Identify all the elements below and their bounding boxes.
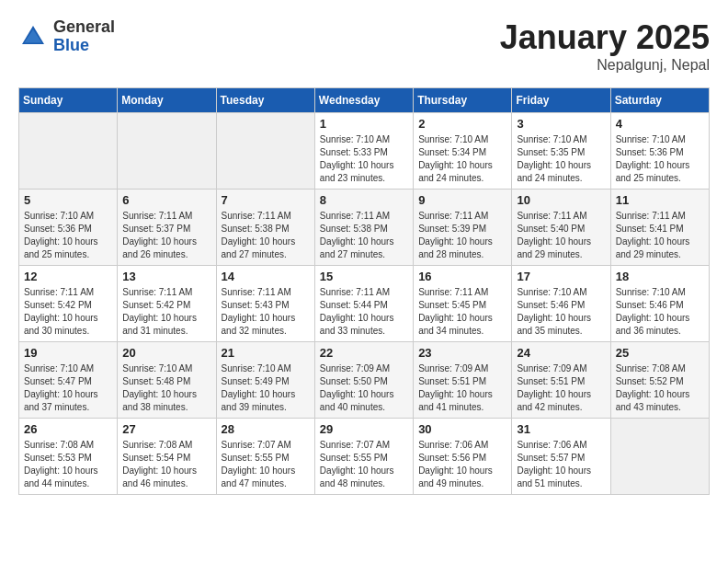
day-number: 31 [517, 422, 605, 436]
calendar-cell: 23Sunrise: 7:09 AMSunset: 5:51 PMDayligh… [414, 342, 512, 419]
day-info: Sunrise: 7:10 AMSunset: 5:48 PMDaylight:… [122, 362, 210, 414]
day-info: Sunrise: 7:10 AMSunset: 5:46 PMDaylight:… [517, 286, 605, 338]
calendar-cell: 25Sunrise: 7:08 AMSunset: 5:52 PMDayligh… [610, 342, 709, 419]
day-info: Sunrise: 7:11 AMSunset: 5:39 PMDaylight:… [418, 210, 506, 261]
day-header-monday: Monday [118, 88, 216, 113]
calendar-cell: 19Sunrise: 7:10 AMSunset: 5:47 PMDayligh… [19, 342, 118, 419]
day-info: Sunrise: 7:06 AMSunset: 5:57 PMDaylight:… [517, 439, 605, 490]
day-info: Sunrise: 7:10 AMSunset: 5:35 PMDaylight:… [517, 133, 605, 185]
day-number: 17 [517, 270, 605, 283]
day-info: Sunrise: 7:11 AMSunset: 5:38 PMDaylight:… [320, 210, 408, 261]
logo-general-text: General [53, 18, 115, 37]
calendar-cell: 6Sunrise: 7:11 AMSunset: 5:37 PMDaylight… [118, 190, 216, 266]
day-number: 13 [122, 270, 210, 283]
day-header-tuesday: Tuesday [216, 88, 314, 113]
title-block: January 2025 Nepalgunj, Nepal [500, 18, 710, 74]
calendar-cell: 8Sunrise: 7:11 AMSunset: 5:38 PMDaylight… [314, 190, 413, 266]
week-row-5: 26Sunrise: 7:08 AMSunset: 5:53 PMDayligh… [19, 419, 710, 495]
day-info: Sunrise: 7:10 AMSunset: 5:36 PMDaylight:… [616, 133, 704, 185]
day-info: Sunrise: 7:10 AMSunset: 5:36 PMDaylight:… [24, 210, 112, 261]
day-header-wednesday: Wednesday [314, 88, 413, 113]
day-info: Sunrise: 7:10 AMSunset: 5:49 PMDaylight:… [222, 362, 310, 414]
day-number: 29 [320, 422, 408, 436]
logo: General Blue [18, 18, 115, 55]
week-row-2: 5Sunrise: 7:10 AMSunset: 5:36 PMDaylight… [19, 190, 710, 266]
day-number: 4 [616, 117, 704, 131]
day-number: 3 [517, 117, 605, 131]
day-info: Sunrise: 7:08 AMSunset: 5:54 PMDaylight:… [122, 439, 210, 490]
day-number: 9 [418, 193, 506, 207]
day-info: Sunrise: 7:11 AMSunset: 5:43 PMDaylight:… [222, 286, 310, 338]
day-number: 18 [616, 270, 704, 283]
day-info: Sunrise: 7:07 AMSunset: 5:55 PMDaylight:… [222, 439, 310, 490]
calendar-body: 1Sunrise: 7:10 AMSunset: 5:33 PMDaylight… [19, 113, 710, 495]
day-header-thursday: Thursday [414, 88, 512, 113]
calendar-cell [118, 113, 216, 190]
week-row-1: 1Sunrise: 7:10 AMSunset: 5:33 PMDaylight… [19, 113, 710, 190]
week-row-3: 12Sunrise: 7:11 AMSunset: 5:42 PMDayligh… [19, 266, 710, 342]
calendar-cell: 1Sunrise: 7:10 AMSunset: 5:33 PMDaylight… [314, 113, 413, 190]
day-info: Sunrise: 7:11 AMSunset: 5:45 PMDaylight:… [418, 286, 506, 338]
day-number: 25 [616, 346, 704, 360]
day-number: 23 [418, 346, 506, 360]
calendar-cell: 11Sunrise: 7:11 AMSunset: 5:41 PMDayligh… [610, 190, 709, 266]
calendar-cell: 3Sunrise: 7:10 AMSunset: 5:35 PMDaylight… [512, 113, 610, 190]
day-info: Sunrise: 7:11 AMSunset: 5:41 PMDaylight:… [616, 210, 704, 261]
month-title: January 2025 [500, 18, 710, 57]
calendar-cell: 27Sunrise: 7:08 AMSunset: 5:54 PMDayligh… [118, 419, 216, 495]
calendar-header: SundayMondayTuesdayWednesdayThursdayFrid… [19, 88, 710, 113]
logo-icon [18, 22, 48, 52]
day-info: Sunrise: 7:11 AMSunset: 5:40 PMDaylight:… [517, 210, 605, 261]
day-info: Sunrise: 7:06 AMSunset: 5:56 PMDaylight:… [418, 439, 506, 490]
day-number: 24 [517, 346, 605, 360]
day-number: 8 [320, 193, 408, 207]
calendar-cell: 30Sunrise: 7:06 AMSunset: 5:56 PMDayligh… [414, 419, 512, 495]
calendar-table: SundayMondayTuesdayWednesdayThursdayFrid… [18, 87, 710, 495]
day-info: Sunrise: 7:09 AMSunset: 5:51 PMDaylight:… [517, 362, 605, 414]
calendar-cell [216, 113, 314, 190]
day-info: Sunrise: 7:10 AMSunset: 5:47 PMDaylight:… [24, 362, 112, 414]
day-number: 15 [320, 270, 408, 283]
day-number: 28 [222, 422, 310, 436]
day-info: Sunrise: 7:08 AMSunset: 5:52 PMDaylight:… [616, 362, 704, 414]
day-number: 5 [24, 193, 112, 207]
calendar-cell: 2Sunrise: 7:10 AMSunset: 5:34 PMDaylight… [414, 113, 512, 190]
week-row-4: 19Sunrise: 7:10 AMSunset: 5:47 PMDayligh… [19, 342, 710, 419]
calendar-cell: 7Sunrise: 7:11 AMSunset: 5:38 PMDaylight… [216, 190, 314, 266]
calendar-cell: 18Sunrise: 7:10 AMSunset: 5:46 PMDayligh… [610, 266, 709, 342]
calendar-cell: 15Sunrise: 7:11 AMSunset: 5:44 PMDayligh… [314, 266, 413, 342]
day-info: Sunrise: 7:11 AMSunset: 5:37 PMDaylight:… [122, 210, 210, 261]
day-info: Sunrise: 7:10 AMSunset: 5:33 PMDaylight:… [320, 133, 408, 185]
calendar-cell: 13Sunrise: 7:11 AMSunset: 5:42 PMDayligh… [118, 266, 216, 342]
calendar-cell: 12Sunrise: 7:11 AMSunset: 5:42 PMDayligh… [19, 266, 118, 342]
days-of-week-row: SundayMondayTuesdayWednesdayThursdayFrid… [19, 88, 710, 113]
day-number: 27 [122, 422, 210, 436]
logo-text: General Blue [53, 18, 115, 55]
day-info: Sunrise: 7:09 AMSunset: 5:51 PMDaylight:… [418, 362, 506, 414]
calendar-cell: 20Sunrise: 7:10 AMSunset: 5:48 PMDayligh… [118, 342, 216, 419]
day-number: 26 [24, 422, 112, 436]
calendar-cell [19, 113, 118, 190]
day-number: 11 [616, 193, 704, 207]
calendar-cell: 31Sunrise: 7:06 AMSunset: 5:57 PMDayligh… [512, 419, 610, 495]
page-header: General Blue January 2025 Nepalgunj, Nep… [18, 18, 710, 74]
day-number: 10 [517, 193, 605, 207]
calendar-cell: 4Sunrise: 7:10 AMSunset: 5:36 PMDaylight… [610, 113, 709, 190]
day-header-saturday: Saturday [610, 88, 709, 113]
day-header-sunday: Sunday [19, 88, 118, 113]
day-number: 12 [24, 270, 112, 283]
day-info: Sunrise: 7:08 AMSunset: 5:53 PMDaylight:… [24, 439, 112, 490]
location-subtitle: Nepalgunj, Nepal [500, 57, 710, 74]
day-info: Sunrise: 7:11 AMSunset: 5:38 PMDaylight:… [222, 210, 310, 261]
day-number: 22 [320, 346, 408, 360]
logo-blue-text: Blue [53, 37, 115, 55]
day-number: 19 [24, 346, 112, 360]
calendar-cell: 5Sunrise: 7:10 AMSunset: 5:36 PMDaylight… [19, 190, 118, 266]
day-number: 6 [122, 193, 210, 207]
calendar-cell [610, 419, 709, 495]
calendar-cell: 21Sunrise: 7:10 AMSunset: 5:49 PMDayligh… [216, 342, 314, 419]
calendar-cell: 16Sunrise: 7:11 AMSunset: 5:45 PMDayligh… [414, 266, 512, 342]
day-number: 20 [122, 346, 210, 360]
calendar-cell: 22Sunrise: 7:09 AMSunset: 5:50 PMDayligh… [314, 342, 413, 419]
day-info: Sunrise: 7:07 AMSunset: 5:55 PMDaylight:… [320, 439, 408, 490]
